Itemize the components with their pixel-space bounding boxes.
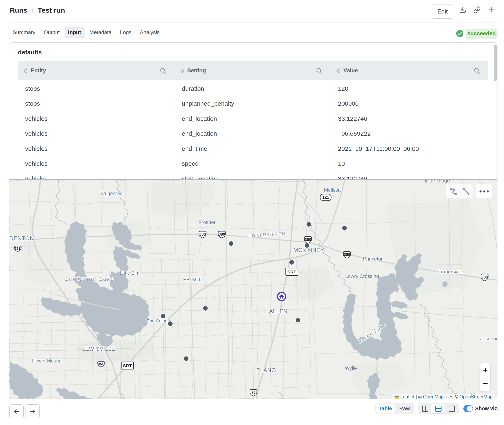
svg-text:Josephine: Josephine <box>480 336 497 341</box>
svg-text:Lewisville Lake: Lewisville Lake <box>65 276 115 282</box>
svg-text:Melissa: Melissa <box>324 187 341 193</box>
svg-text:LEWISVILLE: LEWISVILLE <box>82 346 115 352</box>
svg-text:PLANO: PLANO <box>256 367 276 373</box>
svg-text:DENTON: DENTON <box>9 235 34 241</box>
svg-text:Wylie: Wylie <box>345 365 357 371</box>
svg-text:FRISCO: FRISCO <box>183 277 203 282</box>
svg-text:380: 380 <box>344 252 350 257</box>
svg-text:ALLEN: ALLEN <box>269 308 288 314</box>
svg-text:Krugerville: Krugerville <box>100 191 123 196</box>
svg-text:Flower Mound: Flower Mound <box>32 358 61 364</box>
svg-text:35E: 35E <box>98 362 104 366</box>
svg-text:SRT: SRT <box>123 363 132 368</box>
svg-text:380: 380 <box>305 237 311 242</box>
svg-text:35E: 35E <box>15 247 21 250</box>
svg-text:Blue Ridge: Blue Ridge <box>425 180 450 184</box>
svg-text:MCKINNEY: MCKINNEY <box>294 247 324 253</box>
svg-text:Lowry Crossing: Lowry Crossing <box>345 273 379 279</box>
svg-text:380: 380 <box>199 232 206 236</box>
svg-text:Little Elm: Little Elm <box>120 270 139 276</box>
svg-text:380: 380 <box>481 275 488 279</box>
svg-text:75: 75 <box>251 391 255 395</box>
svg-text:Princeton: Princeton <box>363 256 384 262</box>
svg-text:380: 380 <box>218 232 225 236</box>
svg-text:SRT: SRT <box>287 270 296 274</box>
svg-text:Farmersville: Farmersville <box>437 269 463 274</box>
svg-text:The Colony: The Colony <box>147 318 170 324</box>
svg-text:Prosper: Prosper <box>198 219 216 225</box>
svg-text:121: 121 <box>322 195 329 199</box>
